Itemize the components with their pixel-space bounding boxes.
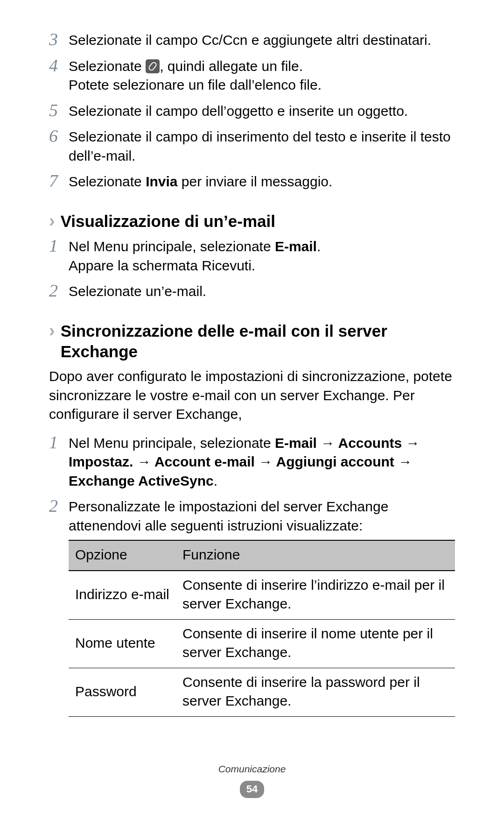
heading-text: Visualizzazione di un’e-mail [61,211,455,232]
step-number: 1 [49,237,69,255]
step-text: Selezionate un’e-mail. [69,282,455,301]
table-row: Indirizzo e-mail Consente di inserire l’… [69,571,455,620]
table-row: Nome utente Consente di inserire il nome… [69,619,455,668]
text-pre: Selezionate [69,174,146,189]
step-line2: Appare la schermata Ricevuti. [69,256,455,276]
steps-group-b: 1 Nel Menu principale, selezionate E-mai… [49,237,455,301]
text-pre: Selezionate [69,58,146,74]
step-5: 5 Selezionate il campo dell’oggetto e in… [49,101,455,121]
section-intro: Dopo aver configurato le impostazioni di… [49,367,455,424]
text-bold: E-mail [275,239,317,254]
text-post: per inviare il messaggio. [178,174,333,189]
chevron-right-icon: › [49,211,55,232]
step-text: Selezionate il campo di inserimento del … [69,127,455,165]
text-post: . [214,473,217,488]
step-text: Nel Menu principale, selezionate E-mail.… [69,237,455,275]
cell-option: Indirizzo e-mail [69,571,176,620]
step-text: Selezionate il campo dell’oggetto e inse… [69,101,455,121]
step-c2: 2 Personalizzate le impostazioni del ser… [49,497,455,717]
step-6: 6 Selezionate il campo di inserimento de… [49,127,455,165]
step-text: Nel Menu principale, selezionate E-mail … [69,433,455,491]
table-row: Password Consente di inserire la passwor… [69,668,455,716]
table-header-function: Funzione [176,540,455,571]
step-number: 3 [49,30,69,49]
cell-option: Password [69,668,176,716]
step-number: 5 [49,101,69,120]
step-3: 3 Selezionate il campo Cc/Ccn e aggiunge… [49,30,455,50]
step-text: Selezionate il campo Cc/Ccn e aggiungete… [69,30,455,50]
step-c2-text: Personalizzate le impostazioni del serve… [69,499,388,533]
page-number-badge: 54 [240,781,264,798]
section-heading-view-email: › Visualizzazione di un’e-mail [49,211,455,232]
chevron-right-icon: › [49,321,55,341]
footer-section-label: Comunicazione [0,763,504,776]
text-post: . [317,239,321,254]
step-c1: 1 Nel Menu principale, selezionate E-mai… [49,433,455,491]
cell-option: Nome utente [69,619,176,668]
step-text: Selezionate Invia per inviare il messagg… [69,172,455,191]
step-number: 7 [49,172,69,191]
step-number: 1 [49,433,69,452]
section-heading-sync-exchange: › Sincronizzazione delle e-mail con il s… [49,321,455,362]
cell-function: Consente di inserire la password per il … [176,668,455,716]
step-4: 4 Selezionate , quindi allegate un file.… [49,57,455,95]
text-bold: Invia [146,174,177,189]
step-number: 2 [49,282,69,300]
cell-function: Consente di inserire l’indirizzo e-mail … [176,571,455,620]
step-number: 2 [49,497,69,516]
table-header-option: Opzione [69,540,176,571]
steps-group-a: 3 Selezionate il campo Cc/Ccn e aggiunge… [49,30,455,191]
step-b1: 1 Nel Menu principale, selezionate E-mai… [49,237,455,275]
step-b2: 2 Selezionate un’e-mail. [49,282,455,301]
text-post: , quindi allegate un file. [160,58,303,74]
step-7: 7 Selezionate Invia per inviare il messa… [49,172,455,191]
page-footer: Comunicazione 54 [0,763,504,798]
options-table: Opzione Funzione Indirizzo e-mail Consen… [69,540,455,717]
text-pre: Nel Menu principale, selezionate [69,435,275,451]
step-number: 6 [49,127,69,146]
step-text: Selezionate , quindi allegate un file. P… [69,57,455,95]
step-line2: Potete selezionare un file dall’elenco f… [69,76,455,95]
heading-text: Sincronizzazione delle e-mail con il ser… [61,321,455,362]
cell-function: Consente di inserire il nome utente per … [176,619,455,668]
step-number: 4 [49,57,69,75]
step-text: Personalizzate le impostazioni del serve… [69,497,455,717]
attach-icon [146,59,160,73]
text-pre: Nel Menu principale, selezionate [69,239,275,254]
